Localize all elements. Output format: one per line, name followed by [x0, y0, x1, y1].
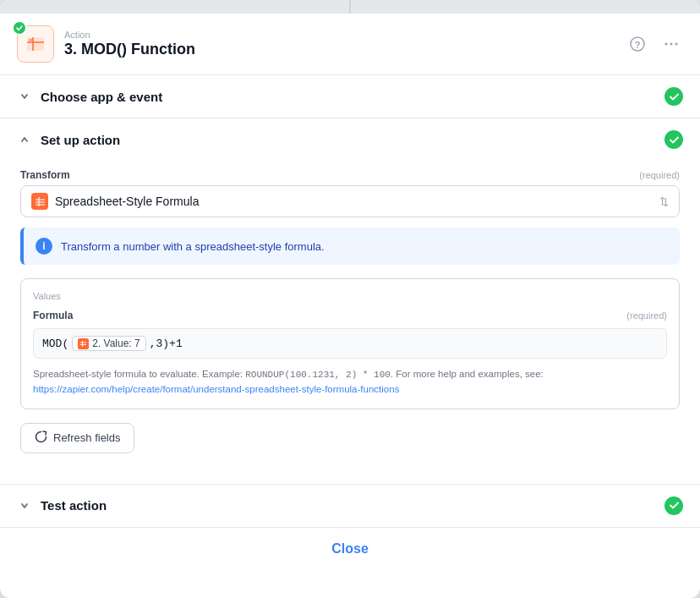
- svg-text:?: ?: [635, 40, 641, 50]
- setup-action-body: Transform (required) Spre: [0, 161, 700, 484]
- test-action-section: Test action: [0, 485, 700, 528]
- values-label: Values: [33, 291, 667, 301]
- select-icon: [31, 193, 48, 210]
- choose-app-header[interactable]: Choose app & event: [0, 75, 700, 118]
- transform-label-row: Transform (required): [20, 169, 680, 181]
- choose-app-title: Choose app & event: [41, 90, 162, 104]
- setup-action-header-left: Set up action: [17, 132, 120, 147]
- choose-app-check: [664, 87, 683, 106]
- info-text: Transform a number with a spreadsheet-st…: [61, 240, 325, 253]
- connector-top: [0, 0, 700, 14]
- svg-point-7: [670, 43, 673, 46]
- setup-action-chevron: [17, 132, 32, 147]
- test-action-header[interactable]: Test action: [0, 485, 700, 527]
- action-icon-wrap: ≋: [17, 25, 54, 63]
- info-icon: i: [36, 238, 52, 255]
- more-options-button[interactable]: [659, 32, 683, 56]
- choose-app-header-left: Choose app & event: [17, 89, 162, 104]
- formula-chip-icon: [78, 338, 89, 349]
- refresh-fields-button[interactable]: Refresh fields: [20, 423, 134, 453]
- footer: Close: [0, 528, 700, 570]
- formula-required: (required): [626, 310, 667, 321]
- help-button[interactable]: ?: [626, 32, 649, 56]
- test-action-title: Test action: [41, 498, 107, 513]
- mod-function-icon: ≋: [25, 34, 46, 54]
- test-action-header-left: Test action: [17, 498, 107, 513]
- formula-input[interactable]: MOD( 2. Value: 7 ,3)+1: [33, 328, 667, 359]
- formula-prefix: MOD(: [42, 337, 68, 350]
- values-box: Values Formula (required) MOD(: [20, 278, 680, 409]
- header-text: Action 3. MOD() Function: [64, 30, 626, 58]
- refresh-icon: [35, 431, 47, 446]
- setup-action-section: Set up action Transform (required): [0, 118, 700, 485]
- action-title: 3. MOD() Function: [64, 41, 626, 58]
- check-badge: [12, 20, 27, 36]
- hint-suffix: . For more help and examples, see:: [391, 369, 544, 379]
- action-header: ≋ Action 3. MOD() Function ?: [0, 14, 700, 75]
- choose-app-section: Choose app & event: [0, 75, 700, 118]
- test-action-chevron: [17, 498, 32, 513]
- transform-label: Transform: [20, 169, 70, 181]
- choose-app-chevron: [17, 89, 32, 104]
- transform-select[interactable]: Spreadsheet-Style Formula ⇅: [20, 185, 680, 217]
- hint-code: ROUNDUP(100.1231, 2) * 100: [245, 370, 391, 380]
- setup-action-check: [664, 130, 683, 149]
- formula-label-row: Formula (required): [33, 310, 667, 321]
- formula-suffix: ,3)+1: [150, 337, 183, 350]
- select-arrows-icon: ⇅: [659, 195, 669, 208]
- formula-chip: 2. Value: 7: [72, 336, 145, 351]
- header-actions: ?: [626, 32, 683, 56]
- transform-field: Transform (required) Spre: [20, 169, 680, 217]
- formula-chip-text: 2. Value: 7: [92, 337, 139, 349]
- hint-text: Spreadsheet-style formula to evaluate. E…: [33, 369, 245, 379]
- info-box: i Transform a number with a spreadsheet-…: [20, 228, 680, 265]
- setup-action-title: Set up action: [41, 133, 120, 147]
- close-button[interactable]: Close: [331, 541, 369, 557]
- hint-link[interactable]: https://zapier.com/help/create/format/un…: [33, 384, 399, 394]
- svg-point-6: [665, 43, 668, 46]
- transform-required: (required): [639, 170, 680, 180]
- formula-hint: Spreadsheet-style formula to evaluate. E…: [33, 367, 667, 397]
- refresh-fields-label: Refresh fields: [53, 431, 120, 444]
- test-action-check: [664, 497, 683, 515]
- action-label: Action: [64, 30, 626, 40]
- svg-text:≋: ≋: [29, 37, 32, 42]
- select-box-left: Spreadsheet-Style Formula: [31, 193, 199, 210]
- setup-action-header[interactable]: Set up action: [0, 118, 700, 161]
- formula-label: Formula: [33, 310, 73, 321]
- transform-select-value: Spreadsheet-Style Formula: [55, 195, 199, 208]
- svg-point-8: [675, 43, 678, 46]
